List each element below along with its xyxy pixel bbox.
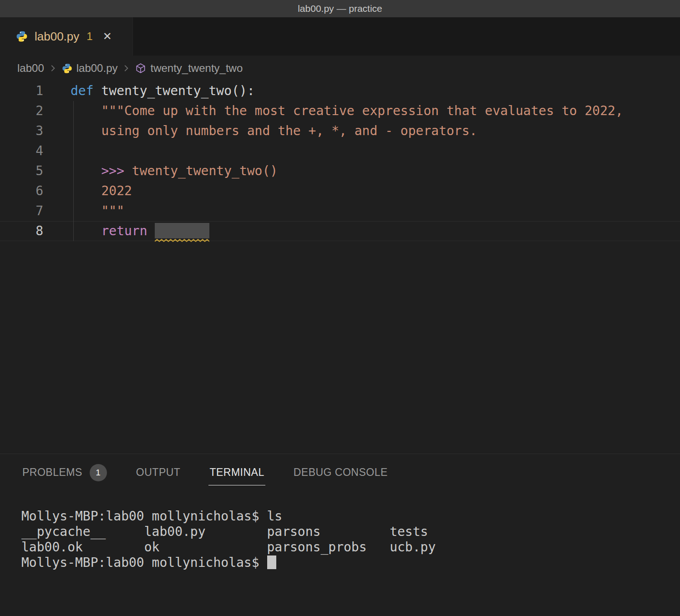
- chevron-right-icon: [48, 63, 58, 73]
- terminal-text: Mollys-MBP:lab00 mollynicholas$: [21, 555, 267, 570]
- bottom-panel: PROBLEMS 1 OUTPUT TERMINAL DEBUG CONSOLE…: [0, 454, 680, 616]
- token-string: 2022: [71, 183, 132, 198]
- code-text: def twenty_twenty_two():: [43, 81, 255, 101]
- panel-tab-label: OUTPUT: [136, 466, 181, 479]
- code-text: 2022: [43, 181, 132, 201]
- token-string: """: [71, 203, 124, 218]
- token-keyword: return: [71, 223, 147, 238]
- symbol-namespace-cube-icon: [135, 62, 147, 74]
- code-line-6[interactable]: 6 2022: [0, 181, 680, 201]
- terminal-line: Mollys-MBP:lab00 mollynicholas$ ls: [21, 509, 680, 524]
- python-icon: [61, 63, 73, 74]
- breadcrumb-symbol[interactable]: twenty_twenty_two: [150, 62, 243, 75]
- breadcrumb-folder[interactable]: lab00: [17, 62, 44, 75]
- line-number[interactable]: 3: [0, 121, 43, 141]
- terminal-text: Mollys-MBP:lab00 mollynicholas$ ls: [21, 509, 282, 524]
- tab-output[interactable]: OUTPUT: [135, 462, 182, 485]
- code-line-5[interactable]: 5 >>> twenty_twenty_two(): [0, 161, 680, 181]
- selected-placeholder[interactable]: [155, 223, 209, 238]
- code-line-7[interactable]: 7 """: [0, 201, 680, 221]
- python-icon: [15, 30, 28, 43]
- terminal-output[interactable]: Mollys-MBP:lab00 mollynicholas$ ls __pyc…: [0, 493, 680, 571]
- tab-debug-console[interactable]: DEBUG CONSOLE: [293, 462, 389, 485]
- code-text: [43, 141, 71, 161]
- indent-guide: [73, 101, 74, 241]
- line-number[interactable]: 6: [0, 181, 43, 201]
- tab-problems[interactable]: PROBLEMS 1: [21, 459, 108, 488]
- panel-tab-label: TERMINAL: [209, 466, 264, 479]
- terminal-cursor: [267, 555, 276, 569]
- token-plain: twenty_twenty_two():: [94, 83, 255, 98]
- token-doctest-prompt: >>>: [71, 163, 124, 178]
- code-editor[interactable]: 1 def twenty_twenty_two(): 2 """Come up …: [0, 81, 680, 454]
- tab-lab00-py[interactable]: lab00.py 1 ✕: [0, 17, 133, 56]
- terminal-line: Mollys-MBP:lab00 mollynicholas$: [21, 555, 680, 571]
- code-text: """Come up with the most creative expres…: [43, 101, 623, 121]
- token-string: """Come up with the most creative expres…: [71, 103, 623, 118]
- editor-tab-bar: lab00.py 1 ✕: [0, 17, 680, 56]
- code-text: """: [43, 201, 124, 221]
- line-number[interactable]: 2: [0, 101, 43, 121]
- panel-tab-label: DEBUG CONSOLE: [294, 466, 388, 479]
- tab-problems-count: 1: [86, 30, 92, 43]
- breadcrumb: lab00 lab00.py twenty_twenty_two: [0, 56, 680, 81]
- token-plain: [147, 223, 155, 238]
- code-text: return: [43, 221, 209, 241]
- token-string: using only numbers and the +, *, and - o…: [71, 123, 477, 138]
- vscode-window: lab00.py — practice lab00.py 1 ✕ lab00: [0, 0, 680, 616]
- panel-tab-bar: PROBLEMS 1 OUTPUT TERMINAL DEBUG CONSOLE: [0, 454, 680, 493]
- code-line-2[interactable]: 2 """Come up with the most creative expr…: [0, 101, 680, 121]
- terminal-line: lab00.ok ok parsons_probs ucb.py: [21, 540, 680, 555]
- token-keyword: def: [71, 83, 94, 98]
- line-number[interactable]: 7: [0, 201, 43, 221]
- line-number[interactable]: 4: [0, 141, 43, 161]
- code-line-4[interactable]: 4: [0, 141, 680, 161]
- terminal-line: __pycache__ lab00.py parsons tests: [21, 524, 680, 540]
- code-line-8[interactable]: 8 return: [0, 221, 680, 241]
- code-line-3[interactable]: 3 using only numbers and the +, *, and -…: [0, 121, 680, 141]
- tab-terminal[interactable]: TERMINAL: [208, 462, 265, 485]
- terminal-text: lab00.ok ok parsons_probs ucb.py: [21, 540, 436, 555]
- problems-count-badge: 1: [90, 464, 107, 481]
- line-number[interactable]: 5: [0, 161, 43, 181]
- token-string: twenty_twenty_two(): [124, 163, 278, 178]
- code-text: >>> twenty_twenty_two(): [43, 161, 278, 181]
- breadcrumb-file[interactable]: lab00.py: [76, 62, 118, 75]
- line-number[interactable]: 8: [0, 221, 43, 241]
- line-number[interactable]: 1: [0, 81, 43, 101]
- warning-squiggle-icon: [155, 239, 209, 242]
- window-title: lab00.py — practice: [298, 3, 382, 14]
- title-bar[interactable]: lab00.py — practice: [0, 0, 680, 17]
- terminal-text: __pycache__ lab00.py parsons tests: [21, 524, 428, 539]
- code-line-1[interactable]: 1 def twenty_twenty_two():: [0, 81, 680, 101]
- close-icon[interactable]: ✕: [103, 30, 112, 43]
- code-text: using only numbers and the +, *, and - o…: [43, 121, 477, 141]
- chevron-right-icon: [121, 63, 131, 73]
- panel-tab-label: PROBLEMS: [22, 466, 82, 479]
- tab-label: lab00.py: [35, 30, 79, 44]
